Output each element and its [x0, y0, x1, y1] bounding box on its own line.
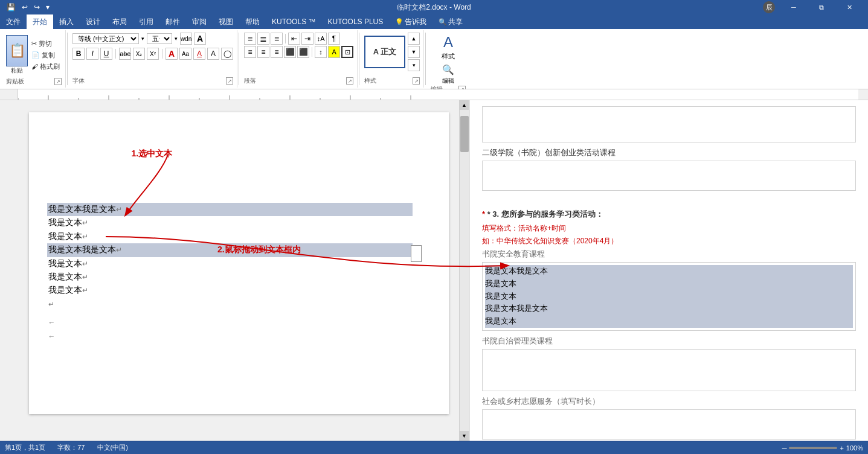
- tab-tell-me[interactable]: 💡 告诉我: [389, 14, 432, 29]
- save-icon[interactable]: 💾: [5, 3, 18, 11]
- tab-kutools[interactable]: KUTOOLS ™: [266, 14, 321, 29]
- subscript-button[interactable]: X₂: [133, 48, 145, 60]
- increase-indent-button[interactable]: ⇥: [301, 33, 313, 45]
- scroll-up-button[interactable]: ▲: [460, 100, 469, 110]
- svg-rect-15: [0, 100, 18, 402]
- bold-button[interactable]: B: [72, 48, 85, 60]
- styles-expand[interactable]: ↗: [413, 77, 420, 85]
- superscript-button[interactable]: X²: [147, 48, 159, 60]
- align-right-button[interactable]: ≡: [271, 46, 283, 58]
- tab-file[interactable]: 文件: [0, 14, 27, 29]
- zoom-slider[interactable]: [789, 447, 837, 449]
- font-wdn-btn[interactable]: wdn: [180, 33, 192, 45]
- input-box-1[interactable]: 我是文本我是文本 我是文本 我是文本 我是文本我是文本 我是文本: [482, 262, 856, 331]
- close-button[interactable]: ✕: [835, 0, 863, 14]
- style-scroll-down[interactable]: ▼: [408, 46, 420, 58]
- underline-button[interactable]: U: [100, 48, 112, 60]
- tab-help[interactable]: 帮助: [239, 14, 266, 29]
- style-more[interactable]: ▾: [408, 59, 420, 71]
- numbered-list-button[interactable]: ≣: [257, 33, 269, 45]
- style-button-large[interactable]: A 样式: [439, 33, 458, 61]
- show-marks-button[interactable]: ¶: [328, 33, 340, 45]
- text-highlight-button[interactable]: Aa: [179, 48, 191, 60]
- font-circle[interactable]: ◯: [221, 48, 233, 60]
- input-box-3[interactable]: [482, 409, 856, 440]
- pasted-line-5: 我是文本: [485, 315, 853, 328]
- tab-layout[interactable]: 布局: [106, 14, 133, 29]
- tab-references[interactable]: 引用: [133, 14, 159, 29]
- svg-rect-0: [18, 89, 858, 100]
- ruler-side: [0, 89, 18, 100]
- font-family-select[interactable]: 等线 (中文正文): [72, 33, 139, 44]
- text-effects-button[interactable]: A: [166, 48, 178, 60]
- font-size-select[interactable]: 五号: [147, 33, 172, 44]
- font-family-dropdown[interactable]: ▾: [141, 35, 145, 42]
- multilevel-list-button[interactable]: ≡: [271, 33, 283, 45]
- vertical-scrollbar: ▲ ▼: [459, 100, 469, 441]
- tab-review[interactable]: 审阅: [186, 14, 213, 29]
- style-normal-button[interactable]: A 正文: [364, 36, 405, 68]
- title-bar: 💾 ↩ ↪ ▾ 临时文档2.docx - Word 辰 ─ ⧉ ✕: [0, 0, 868, 14]
- decrease-indent-button[interactable]: ⇤: [288, 33, 300, 45]
- align-left-button[interactable]: ≡: [244, 46, 256, 58]
- document-area[interactable]: 1.选中文本 我是文本我是文本↵ 我是文本↵ 我是文本↵ 我是文本我是文本↵ 我…: [18, 100, 459, 441]
- main-area: 1.选中文本 我是文本我是文本↵ 我是文本↵ 我是文本↵ 我是文本我是文本↵ 我…: [0, 100, 868, 441]
- format-painter-button[interactable]: 🖌 格式刷: [30, 62, 62, 72]
- doc-line-4: 我是文本我是文本↵: [47, 243, 413, 257]
- font-A2[interactable]: A: [207, 48, 219, 60]
- sort-button[interactable]: ↕A: [315, 33, 327, 45]
- college-input-area[interactable]: [482, 161, 856, 191]
- doc-line-8: ↵: [47, 298, 413, 311]
- undo-icon[interactable]: ↩: [20, 3, 30, 11]
- style-scroll-up[interactable]: ▲: [408, 33, 420, 45]
- tab-kutools-plus[interactable]: KUTOOLS PLUS: [321, 14, 389, 29]
- strikethrough-button[interactable]: abc: [119, 48, 131, 60]
- zoom-in-btn[interactable]: +: [840, 444, 843, 452]
- input-box-2[interactable]: [482, 349, 856, 391]
- zoom-out-btn[interactable]: ─: [782, 444, 787, 452]
- minimize-button[interactable]: ─: [780, 0, 808, 14]
- shading-button[interactable]: A: [328, 46, 340, 58]
- copy-button[interactable]: 📄 复制: [30, 50, 62, 60]
- italic-button[interactable]: I: [86, 48, 98, 60]
- zoom-level: 100%: [846, 444, 863, 452]
- line-spacing-button[interactable]: ↕: [315, 46, 327, 58]
- title-bar-left: 💾 ↩ ↪ ▾: [5, 3, 51, 11]
- ruler: [0, 89, 868, 100]
- font-A-large[interactable]: A: [194, 33, 206, 45]
- justify2-button[interactable]: ⬛: [297, 46, 309, 58]
- tab-design[interactable]: 设计: [80, 14, 106, 29]
- styles-label: 样式: [364, 77, 376, 85]
- font-size-dropdown[interactable]: ▾: [174, 35, 178, 42]
- cut-button[interactable]: ✂ 剪切: [30, 39, 62, 49]
- font-color-button[interactable]: A: [193, 48, 205, 60]
- tab-share[interactable]: 🔍 共享: [432, 14, 469, 29]
- paragraph-expand[interactable]: ↗: [346, 77, 353, 85]
- pasted-line-2: 我是文本: [485, 278, 853, 290]
- user-avatar[interactable]: 辰: [763, 1, 775, 13]
- tab-insert[interactable]: 插入: [53, 14, 80, 29]
- form-hint-format: 填写格式：活动名称+时间: [482, 223, 856, 234]
- find-button[interactable]: 🔍 编辑: [441, 62, 455, 85]
- right-panel: 二级学院（书院）创新创业类活动课程 * * 3. 您所参与的服务学习类活动： 填…: [469, 100, 868, 441]
- bullet-list-button[interactable]: ≡: [244, 33, 256, 45]
- quick-access-dropdown[interactable]: ▾: [44, 3, 51, 11]
- clipboard-expand[interactable]: ↗: [54, 78, 62, 85]
- restore-button[interactable]: ⧉: [808, 0, 835, 14]
- scroll-thumb[interactable]: [460, 116, 469, 152]
- paste-button[interactable]: 📋 粘贴: [6, 35, 28, 75]
- font-expand[interactable]: ↗: [226, 77, 233, 85]
- font-label: 字体: [72, 77, 85, 85]
- borders-button[interactable]: ⊡: [341, 46, 353, 58]
- college-input-box[interactable]: [482, 106, 856, 142]
- tab-mail[interactable]: 邮件: [159, 14, 186, 29]
- tab-view[interactable]: 视图: [213, 14, 239, 29]
- left-margin: [0, 100, 18, 441]
- align-center-button[interactable]: ≡: [257, 46, 269, 58]
- tab-home[interactable]: 开始: [27, 14, 53, 29]
- document-page: 1.选中文本 我是文本我是文本↵ 我是文本↵ 我是文本↵ 我是文本我是文本↵ 我…: [29, 112, 449, 414]
- redo-icon[interactable]: ↪: [32, 3, 42, 11]
- paragraph-label: 段落: [244, 77, 256, 85]
- justify-button[interactable]: ⬛: [284, 46, 296, 58]
- scroll-down-button[interactable]: ▼: [460, 431, 469, 441]
